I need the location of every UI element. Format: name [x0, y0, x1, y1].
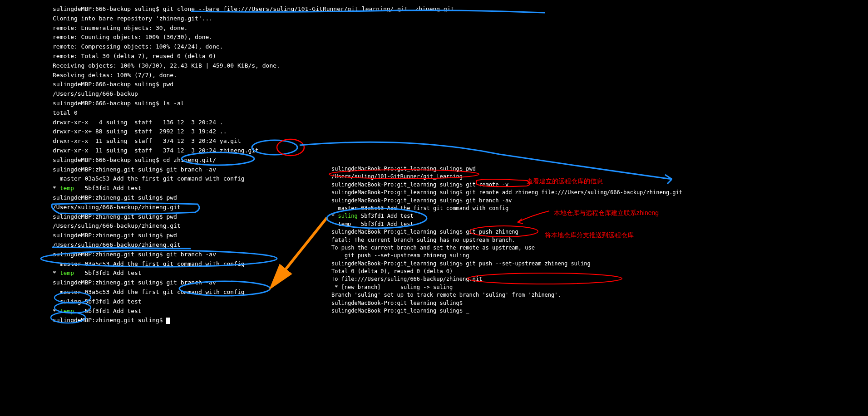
terminal-line: sulingdeMacBook-Pro:git_learning suling$…	[331, 165, 863, 173]
terminal-line: total 0	[53, 108, 868, 118]
terminal-line: Receiving objects: 100% (30/30), 22.43 K…	[53, 61, 868, 71]
terminal-line: Resolving deltas: 100% (7/7), done.	[53, 71, 868, 80]
terminal-line: remote: Enumerating objects: 30, done.	[53, 24, 868, 33]
terminal-line: sulingdeMacBook-Pro:git_learning suling$…	[331, 260, 863, 268]
terminal-line: sulingdeMBP:666-backup suling$ git clone…	[53, 5, 868, 14]
terminal-line: drwxr-xr-x 11 suling staff 374 12 3 20:2…	[53, 146, 868, 156]
terminal-line: sulingdeMBP:666-backup suling$ ls -al	[53, 99, 868, 108]
terminal-line: Branch 'suling' set up to track remote b…	[331, 291, 863, 299]
terminal-line: remote: Compressing objects: 100% (24/24…	[53, 42, 868, 52]
terminal-line: To file:///Users/suling/666-backup/zhine…	[331, 275, 863, 283]
terminal-line: remote: Total 30 (delta 7), reused 0 (de…	[53, 52, 868, 61]
annotation-remote-info: 查看建立的远程仓库的信息	[527, 176, 603, 186]
terminal-line: To push the current branch and set the r…	[331, 244, 863, 252]
terminal-line: sulingdeMacBook-Pro:git_learning suling$…	[331, 189, 863, 196]
terminal-line: Cloning into bare repository 'zhineng.gi…	[53, 14, 868, 24]
terminal-line: * [new branch] suling -> suling	[331, 284, 863, 291]
terminal-line: sulingdeMacBook-Pro:git_learning suling$	[331, 299, 863, 307]
terminal-line: /Users/suling/666-backup	[53, 89, 868, 99]
terminal-line: remote: Counting objects: 100% (30/30), …	[53, 33, 868, 42]
terminal-line: sulingdeMacBook-Pro:git_learning suling$…	[331, 307, 863, 315]
terminal-line: sulingdeMacBook-Pro:git_learning suling$…	[331, 197, 863, 205]
terminal-line: sulingdeMBP:666-backup suling$ pwd	[53, 80, 868, 89]
terminal-line: git push --set-upstream zhineng suling	[331, 252, 863, 259]
terminal-line: sulingdeMBP:zhineng.git suling$	[53, 316, 868, 325]
annotation-remote-link: 本地仓库与远程仓库建立联系zhineng	[554, 208, 659, 218]
terminal-line: drwxr-xr-x 4 suling staff 136 12 3 20:24…	[53, 118, 868, 127]
cursor	[166, 318, 170, 324]
terminal-line: temp 5bf3fd1 Add test	[331, 220, 863, 228]
annotation-push-branch: 将本地仓库分支推送到远程仓库	[545, 230, 634, 240]
terminal-line: drwxr-xr-x+ 88 suling staff 2992 12 3 19…	[53, 127, 868, 137]
terminal-line: drwxr-xr-x 11 suling staff 374 12 3 20:2…	[53, 137, 868, 146]
terminal-line: Total 0 (delta 0), reused 0 (delta 0)	[331, 268, 863, 275]
